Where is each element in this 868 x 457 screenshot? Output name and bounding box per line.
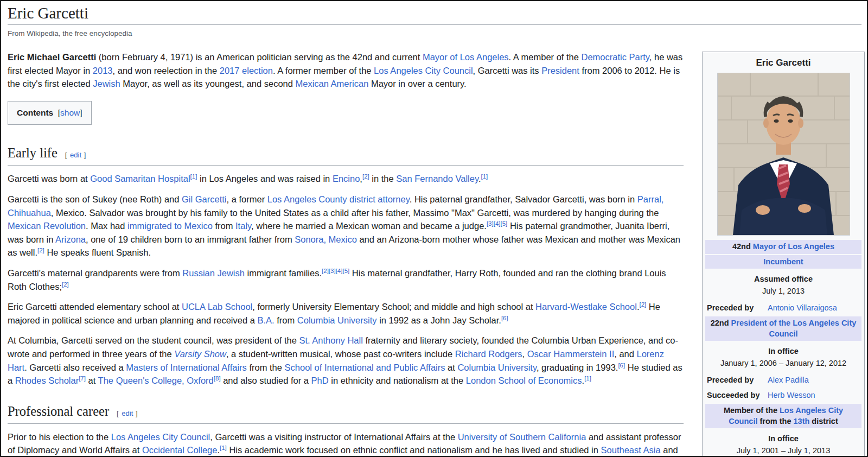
page-subtitle: From Wikipedia, the free encyclopedia bbox=[8, 29, 861, 37]
wiki-link[interactable]: Oscar Hammerstein II bbox=[527, 349, 614, 359]
wiki-link[interactable]: Russian Jewish bbox=[182, 268, 245, 278]
reference-link[interactable]: [2] bbox=[322, 267, 329, 274]
text: 22nd bbox=[711, 319, 731, 327]
reference-link[interactable]: [3] bbox=[329, 267, 336, 274]
text: , formerly University Elementary School;… bbox=[252, 302, 535, 312]
reference-link[interactable]: [7] bbox=[79, 375, 86, 382]
text: , and won reelection in the bbox=[113, 66, 220, 75]
wiki-link[interactable]: Sonora, Mexico bbox=[295, 234, 357, 244]
wiki-link[interactable]: Southeast Asia bbox=[601, 445, 661, 455]
wiki-link[interactable]: Encino bbox=[333, 174, 360, 183]
wiki-link[interactable]: 2013 bbox=[93, 66, 113, 75]
wiki-link[interactable]: Harvard-Westlake School bbox=[535, 302, 637, 312]
wiki-link[interactable]: B.A. bbox=[257, 315, 274, 325]
text: Prior to his election to the bbox=[8, 432, 111, 442]
wiki-link[interactable]: Italy bbox=[235, 221, 251, 231]
wiki-link[interactable]: Masters of International Affairs bbox=[126, 363, 247, 372]
portrait-photo[interactable] bbox=[717, 73, 850, 236]
wiki-link[interactable]: School of International and Public Affai… bbox=[285, 363, 445, 372]
infobox-term-dates: July 1, 2001 – July 1, 2013 bbox=[704, 445, 863, 456]
reference-marker: [1] bbox=[220, 445, 227, 451]
reference-marker: [5] bbox=[501, 220, 508, 227]
wiki-link[interactable]: Mayor of Los Angeles bbox=[753, 242, 834, 251]
reference-link[interactable]: [4] bbox=[494, 220, 501, 227]
infobox-term-dates: July 1, 2013 bbox=[704, 285, 863, 296]
wiki-link[interactable]: Good Samaritan Hospital bbox=[90, 174, 190, 183]
reference-link[interactable]: [2] bbox=[62, 281, 69, 287]
text: At Columbia, Garcetti served on the stud… bbox=[8, 335, 299, 345]
wiki-link[interactable]: Los Angeles City Council bbox=[374, 66, 473, 75]
reference-link[interactable]: [1] bbox=[220, 445, 227, 451]
text: Mayor, as well as its youngest, and seco… bbox=[120, 79, 296, 88]
reference-marker: [4] bbox=[336, 267, 343, 274]
reference-link[interactable]: [2] bbox=[362, 173, 369, 180]
wiki-link[interactable]: immigrated to Mexico bbox=[127, 221, 213, 231]
text: . Max had bbox=[86, 221, 127, 231]
text: and also studied for a bbox=[221, 376, 311, 385]
wiki-link[interactable]: Antonio Villaraigosa bbox=[768, 302, 837, 313]
wiki-link[interactable]: PhD bbox=[311, 376, 329, 385]
wiki-link[interactable]: Jewish bbox=[93, 79, 120, 88]
edit-link[interactable]: edit bbox=[122, 409, 133, 417]
wiki-link[interactable]: Occidental College bbox=[142, 445, 218, 455]
infobox-row: Preceded byAlex Padilla bbox=[704, 372, 863, 388]
reference-link[interactable]: [1] bbox=[190, 173, 197, 180]
reference-link[interactable]: [1] bbox=[584, 375, 591, 382]
wiki-link[interactable]: Mayor of Los Angeles bbox=[423, 52, 509, 62]
article-main-column: Eric Michael Garcetti (born February 4, … bbox=[8, 50, 684, 457]
infobox-office-label: In office bbox=[704, 346, 863, 357]
text: Garcetti was born at bbox=[8, 174, 90, 183]
wiki-link[interactable]: Richard Rodgers bbox=[455, 349, 522, 359]
wiki-link[interactable]: UCLA Lab School bbox=[182, 302, 252, 312]
section-heading: Professional career[ edit ] bbox=[8, 404, 684, 424]
portrait-photo-illustration bbox=[718, 73, 850, 235]
paragraph: Garcetti is the son of Sukey (nee Roth) … bbox=[8, 193, 684, 259]
wiki-link[interactable]: Alex Padilla bbox=[768, 375, 809, 385]
wiki-link[interactable]: Incumbent bbox=[763, 257, 803, 266]
wiki-link[interactable]: St. Anthony Hall bbox=[299, 335, 362, 345]
wiki-link[interactable]: Rhodes Scholar bbox=[15, 376, 79, 385]
wiki-link[interactable]: Varsity Show bbox=[174, 349, 226, 359]
contents-show-toggle[interactable]: show bbox=[60, 108, 80, 117]
wiki-link[interactable]: Los Angeles County district attorney bbox=[267, 194, 410, 204]
wikipedia-page: Eric Garcetti From Wikipedia, the free e… bbox=[0, 0, 868, 457]
wiki-link[interactable]: San Fernando Valley bbox=[396, 174, 478, 183]
wiki-link[interactable]: Columbia University bbox=[297, 315, 377, 325]
reference-link[interactable]: [3] bbox=[487, 220, 494, 227]
wiki-link[interactable]: Arizona bbox=[55, 234, 86, 244]
text: from bbox=[213, 221, 235, 231]
reference-link[interactable]: [2] bbox=[37, 247, 44, 253]
reference-link[interactable]: [8] bbox=[214, 375, 221, 382]
reference-link[interactable]: [5] bbox=[501, 220, 508, 227]
reference-link[interactable]: [6] bbox=[618, 361, 625, 368]
wiki-link[interactable]: University of Southern California bbox=[458, 432, 586, 442]
reference-link[interactable]: [4] bbox=[336, 267, 343, 274]
reference-link[interactable]: [6] bbox=[501, 314, 508, 321]
wiki-link[interactable]: 2017 election bbox=[220, 66, 273, 75]
wiki-link[interactable]: Columbia University bbox=[457, 363, 537, 372]
wiki-link[interactable]: Gil Garcetti bbox=[182, 194, 227, 204]
text: , a student-written musical, whose past … bbox=[226, 349, 455, 359]
wiki-link[interactable]: President bbox=[541, 66, 579, 75]
wiki-link[interactable]: Mexican Revolution bbox=[8, 221, 86, 231]
reference-link[interactable]: [2] bbox=[639, 301, 646, 308]
wiki-link[interactable]: London School of Economics bbox=[466, 376, 582, 385]
text: immigrant families. bbox=[245, 268, 322, 278]
paragraph: Prior to his election to the Los Angeles… bbox=[8, 430, 684, 457]
wiki-link[interactable]: 13th bbox=[794, 417, 810, 426]
text: Eric Garcetti attended elementary school… bbox=[8, 302, 182, 312]
wiki-link[interactable]: President of the Los Angeles City Counci… bbox=[731, 319, 857, 338]
reference-link[interactable]: [1] bbox=[481, 173, 488, 180]
wiki-link[interactable]: Mexican American bbox=[296, 79, 369, 88]
text: 42nd bbox=[732, 242, 753, 251]
reference-marker: [1] bbox=[584, 375, 591, 382]
edit-link[interactable]: edit bbox=[70, 151, 81, 159]
infobox-office-band: 42nd Mayor of Los Angeles bbox=[705, 240, 861, 254]
wiki-link[interactable]: Los Angeles City Council bbox=[111, 432, 210, 442]
infobox-office-band: Member of the Los Angeles City Council f… bbox=[705, 404, 861, 428]
wiki-link[interactable]: Democratic Party bbox=[582, 52, 649, 62]
reference-link[interactable]: [5] bbox=[342, 267, 349, 274]
reference-marker: [2] bbox=[322, 267, 329, 274]
wiki-link[interactable]: Herb Wesson bbox=[768, 390, 815, 401]
wiki-link[interactable]: The Queen's College, Oxford bbox=[98, 376, 214, 385]
